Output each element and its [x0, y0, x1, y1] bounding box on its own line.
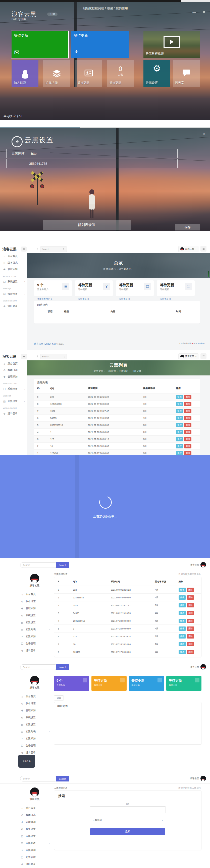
delete-button[interactable]: 删除 [187, 650, 194, 654]
sidebar-item[interactable]: ▤ 云黑设置 ‹ [0, 398, 27, 405]
admin-user-menu[interactable]: 浪客云黑 [190, 562, 206, 567]
group-list-settings-button[interactable]: 群列表设置 [43, 220, 131, 230]
admin-menu-item[interactable]: ✚ 管理添加 [16, 818, 53, 826]
admin-user-menu[interactable]: 浪客云黑 [190, 776, 206, 781]
delete-button[interactable]: 删除 [187, 619, 194, 623]
sidebar-ad-box[interactable]: 浪客云黑 [18, 755, 35, 768]
tile-tutorial-video[interactable]: 云黑教程视频 [143, 31, 200, 58]
brand-logo[interactable]: 浪客云黑 [2, 354, 17, 359]
sidebar-item[interactable]: ⌂ 后台首页 [0, 253, 27, 259]
minimize-button[interactable]: — [192, 10, 196, 14]
tile-0[interactable]: 加入群聊 [11, 60, 38, 87]
admin-menu-item[interactable]: 云黑列表 › [16, 728, 53, 735]
edit-button[interactable]: 修改 [179, 626, 186, 631]
admin-search-input[interactable]: Search [20, 776, 58, 781]
admin-menu-item[interactable]: ❏ 公告管理 [16, 640, 53, 647]
sidebar-item[interactable]: ⊗ 退出登录 [0, 410, 27, 417]
sidebar-item[interactable]: ❏ 系统设置 ‹ [0, 278, 27, 285]
search-submit-button[interactable]: 搜索 [90, 828, 165, 835]
brand-logo[interactable]: 浪客云黑 [2, 247, 17, 252]
user-menu[interactable]: 浪客云黑▾ [178, 353, 199, 360]
sidebar-item[interactable]: ▤ 云黑设置 ‹ [0, 291, 27, 297]
bell-icon[interactable] [21, 247, 27, 252]
admin-user-menu[interactable]: 浪客云黑 [190, 664, 206, 670]
edit-button[interactable]: 修改 [176, 409, 183, 413]
edit-button[interactable]: 修改 [179, 603, 186, 608]
level-select[interactable]: 云黑等级 ▾ [90, 817, 165, 824]
delete-button[interactable]: 删除 [187, 603, 194, 608]
sidebar-item[interactable]: ⊗ 退出登录 [0, 303, 27, 309]
sidebar-item[interactable]: ⊙ 版本日志 [0, 367, 27, 373]
edit-button[interactable]: 修改 [176, 402, 183, 406]
delete-button[interactable]: 删除 [187, 634, 194, 639]
edit-button[interactable]: 修改 [176, 437, 183, 441]
admin-menu-item[interactable]: ⊗ 退出登录 [16, 861, 53, 868]
admin-menu-item[interactable]: ❏ 公告管理 [16, 854, 53, 861]
admin-menu-item[interactable]: ⊙ 版本日志 [16, 598, 53, 605]
dots-menu-icon[interactable] [36, 354, 40, 359]
admin-menu-item[interactable]: ⊙ 版本日志 [16, 812, 53, 818]
admin-menu-item[interactable]: ⌂ 后台首页 [16, 805, 53, 812]
hamburger-icon[interactable] [201, 246, 207, 252]
delete-button[interactable]: 删除 [184, 423, 191, 427]
admin-menu-item[interactable]: ⌂ 后台首页 [16, 591, 53, 598]
delete-button[interactable]: 删除 [187, 642, 194, 646]
footer-author-link[interactable]: Nathan [198, 342, 205, 345]
edit-button[interactable]: 修改 [179, 642, 186, 646]
stat-link[interactable]: 等待更新 ⊙ [119, 298, 130, 301]
tile-pending-update[interactable]: 等待更新 ✉ [11, 31, 68, 58]
save-button[interactable]: 保存 [175, 224, 200, 230]
admin-menu-item[interactable]: ⚙ 系统设置 [16, 826, 53, 833]
stat-link[interactable]: 等待更新 ⊙ [160, 298, 171, 301]
delete-button[interactable]: 删除 [187, 626, 194, 631]
edit-button[interactable]: 修改 [176, 416, 183, 420]
edit-button[interactable]: 修改 [179, 595, 186, 600]
qq-input[interactable] [90, 806, 166, 813]
edit-button[interactable]: 修改 [176, 423, 183, 427]
sidebar-item[interactable]: ❏ 系统设置 ‹ [0, 386, 27, 392]
user-menu[interactable]: 浪客云黑▾ [178, 246, 199, 252]
admin-menu-item[interactable]: ✚ 管理添加 [16, 707, 53, 714]
admin-search-input[interactable]: Search [20, 664, 58, 670]
sidebar-item[interactable]: ⊙ 版本日志 [0, 259, 27, 266]
edit-button[interactable]: 修改 [176, 451, 183, 455]
admin-menu-item[interactable]: ❏ 公告管理 [16, 742, 53, 749]
sidebar-item[interactable]: ✚ 管理添加 [0, 266, 27, 273]
hamburger-icon[interactable] [201, 353, 207, 359]
admin-search-button[interactable]: Search [56, 664, 69, 670]
tile-pending-update[interactable]: 等待更新 [71, 31, 129, 58]
admin-menu-item[interactable]: ＋ 云黑添加 [16, 847, 53, 854]
sidebar-item[interactable]: ⌂ 后台首页 [0, 361, 27, 367]
edit-button[interactable]: 修改 [179, 611, 186, 615]
delete-button[interactable]: 删除 [184, 395, 191, 399]
stat-link[interactable]: 查看所有用户 ⊙ [37, 298, 52, 301]
admin-menu-item[interactable]: ＋ 云黑添加 [16, 735, 53, 742]
admin-search-button[interactable]: Search [56, 776, 69, 781]
admin-search-button[interactable]: Search [56, 562, 69, 568]
admin-menu-item[interactable]: ＋ 云黑添加 [16, 633, 53, 640]
admin-menu-item[interactable]: ⊗ 退出登录 [16, 647, 53, 654]
stat-link[interactable]: 等待更新 ⊙ [78, 298, 89, 301]
edit-button[interactable]: 修改 [176, 430, 183, 434]
sidebar-item[interactable]: ✚ 管理添加 [0, 373, 27, 380]
dots-menu-icon[interactable] [36, 247, 40, 252]
delete-button[interactable]: 删除 [187, 595, 194, 600]
footer-brand-link[interactable]: 浪客云黑 (OneUI 4.9) [34, 343, 56, 345]
admin-menu-item[interactable]: ▤ 云黑设置 [16, 619, 53, 626]
web-search-input[interactable]: Search.. [40, 353, 67, 360]
admin-menu-item[interactable]: ⊙ 版本日志 [16, 700, 53, 707]
delete-button[interactable]: 删除 [187, 611, 194, 615]
edit-button[interactable]: 修改 [176, 444, 183, 448]
edit-button[interactable]: 修改 [179, 588, 186, 592]
close-button[interactable]: ✕ [203, 132, 206, 136]
admin-search-input[interactable]: Search [20, 562, 58, 568]
delete-button[interactable]: 删除 [184, 402, 191, 406]
admin-menu-item[interactable]: 云黑列表 › [16, 626, 53, 633]
owner-qq-field[interactable]: 3589441785 [6, 159, 178, 168]
delete-button[interactable]: 删除 [184, 451, 191, 455]
tile-2[interactable]: 等待更新 [75, 60, 102, 87]
admin-menu-item[interactable]: ▤ 云黑设置 [16, 721, 53, 728]
admin-menu-item[interactable]: ⌂ 后台首页 [16, 693, 53, 700]
back-button[interactable] [11, 136, 23, 147]
admin-menu-item[interactable]: 云黑列表 › [16, 840, 53, 847]
